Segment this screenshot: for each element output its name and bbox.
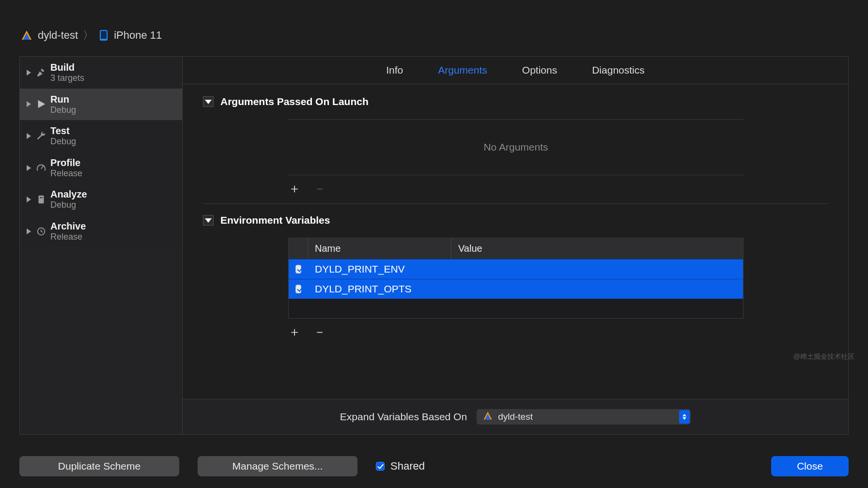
disclosure-triangle-icon[interactable] [27, 133, 31, 139]
sidebar-item-label: Build [50, 61, 84, 73]
close-button[interactable]: Close [771, 456, 849, 476]
tab-diagnostics[interactable]: Diagnostics [592, 64, 645, 76]
sidebar-item-subtitle: Release [50, 168, 82, 179]
app-icon [20, 29, 33, 42]
scheme-editor: Build 3 targets Run Debug [19, 56, 849, 435]
sidebar-item-subtitle: 3 targets [50, 73, 84, 84]
bottom-bar: Duplicate Scheme Manage Schemes... Share… [19, 456, 849, 476]
gauge-icon [35, 162, 47, 174]
sidebar-item-label: Test [50, 125, 76, 137]
sidebar-item-label: Analyze [50, 188, 87, 200]
sidebar-item-label: Archive [50, 220, 86, 232]
env-col-check [289, 238, 308, 259]
play-icon [35, 98, 47, 110]
env-row[interactable]: DYLD_PRINT_ENV [289, 259, 743, 279]
wrench-icon [35, 130, 47, 142]
sidebar-item-label: Run [50, 93, 76, 105]
env-add-remove: ＋ － [288, 325, 828, 338]
disclosure-down-icon[interactable] [203, 215, 214, 226]
sidebar-item-subtitle: Debug [50, 105, 76, 116]
hammer-icon [35, 67, 47, 78]
chevron-right-icon: 〉 [83, 28, 93, 43]
sidebar-item-archive[interactable]: Archive Release [20, 215, 182, 247]
env-table-header: Name Value [289, 238, 743, 259]
arguments-list: No Arguments [288, 119, 744, 175]
disclosure-triangle-icon[interactable] [27, 229, 31, 234]
sidebar-item-label: Profile [50, 157, 82, 168]
add-argument-button[interactable]: ＋ [288, 182, 301, 195]
env-table: Name Value DYLD_PRINT_ENV DYLD_PRINT_OPT… [288, 238, 744, 319]
device-icon [98, 29, 109, 42]
shared-checkbox[interactable] [376, 462, 385, 471]
main-pane: Info Arguments Options Diagnostics Argum… [183, 57, 848, 434]
breadcrumb-device[interactable]: iPhone 11 [114, 29, 162, 42]
tab-bar: Info Arguments Options Diagnostics [183, 57, 848, 84]
env-row-name[interactable]: DYLD_PRINT_OPTS [308, 281, 451, 297]
sidebar-item-test[interactable]: Test Debug [20, 120, 182, 152]
arguments-section-header: Arguments Passed On Launch [203, 96, 828, 107]
arguments-empty-text: No Arguments [483, 141, 548, 153]
sidebar-item-build[interactable]: Build 3 targets [20, 57, 182, 89]
svg-rect-6 [39, 196, 44, 204]
svg-line-5 [41, 166, 44, 168]
expand-row: Expand Variables Based On dyld-test [183, 399, 848, 434]
disclosure-down-icon[interactable] [203, 96, 214, 107]
env-row[interactable]: DYLD_PRINT_OPTS [289, 279, 743, 299]
add-env-button[interactable]: ＋ [288, 325, 301, 338]
svg-marker-4 [38, 100, 46, 108]
sidebar-item-profile[interactable]: Profile Release [20, 152, 182, 184]
app-icon [482, 411, 493, 424]
env-row-checkbox[interactable] [295, 285, 301, 293]
env-row-name[interactable]: DYLD_PRINT_ENV [308, 261, 451, 277]
env-row-value[interactable] [451, 287, 743, 291]
sidebar-item-subtitle: Debug [50, 137, 76, 147]
disclosure-triangle-icon[interactable] [27, 197, 31, 202]
env-col-name: Name [308, 238, 451, 259]
env-row-value[interactable] [451, 267, 743, 271]
env-table-spacer [289, 299, 743, 318]
disclosure-triangle-icon[interactable] [27, 165, 31, 171]
svg-rect-7 [40, 198, 43, 198]
scheme-sidebar: Build 3 targets Run Debug [20, 57, 183, 434]
env-row-checkbox[interactable] [295, 265, 301, 274]
breadcrumb: dyld-test 〉 iPhone 11 [19, 19, 849, 56]
tab-info[interactable]: Info [386, 64, 403, 76]
sidebar-item-analyze[interactable]: Analyze Debug [20, 183, 182, 215]
chevron-up-down-icon [679, 410, 690, 424]
shared-label: Shared [390, 460, 425, 473]
expand-value: dyld-test [498, 412, 533, 422]
duplicate-scheme-button[interactable]: Duplicate Scheme [19, 456, 179, 476]
env-col-value: Value [451, 238, 743, 259]
tab-arguments[interactable]: Arguments [438, 64, 487, 76]
arguments-add-remove: ＋ － [288, 182, 828, 195]
watermark: @稀土掘金技术社区 [793, 352, 854, 361]
shared-control: Shared [376, 460, 425, 473]
tab-options[interactable]: Options [522, 64, 557, 76]
remove-env-button[interactable]: － [313, 325, 326, 338]
archive-icon [35, 226, 47, 237]
disclosure-triangle-icon[interactable] [27, 101, 31, 107]
svg-rect-3 [101, 31, 107, 39]
divider [203, 203, 828, 204]
sidebar-item-subtitle: Debug [50, 200, 87, 211]
arguments-pane: Arguments Passed On Launch No Arguments … [183, 84, 848, 399]
expand-dropdown[interactable]: dyld-test [477, 409, 691, 425]
sidebar-item-subtitle: Release [50, 232, 86, 243]
arguments-section-title: Arguments Passed On Launch [220, 96, 369, 107]
remove-argument-button[interactable]: － [313, 182, 326, 195]
manage-schemes-button[interactable]: Manage Schemes... [198, 456, 357, 476]
disclosure-triangle-icon[interactable] [27, 70, 31, 76]
breadcrumb-scheme[interactable]: dyld-test [38, 29, 78, 42]
env-section-title: Environment Variables [220, 214, 330, 226]
doc-icon [35, 194, 47, 205]
env-section-header: Environment Variables [203, 214, 828, 226]
expand-label: Expand Variables Based On [340, 411, 467, 423]
sidebar-item-run[interactable]: Run Debug [20, 89, 182, 121]
